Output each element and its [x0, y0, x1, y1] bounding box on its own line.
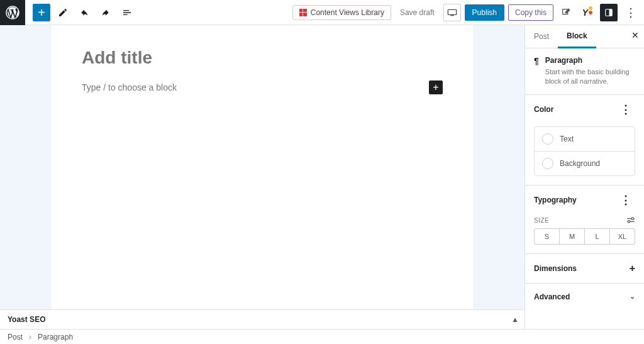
- editor-canvas[interactable]: Add title Type / to choose a block +: [52, 25, 473, 329]
- block-description: Start with the basic building block of a…: [545, 67, 635, 87]
- background-color-label: Background: [560, 159, 600, 168]
- copy-this-button[interactable]: Copy this: [508, 4, 553, 21]
- text-color-swatch: [542, 133, 553, 145]
- edit-tool-button[interactable]: [54, 4, 72, 21]
- paragraph-block[interactable]: Type / to choose a block +: [82, 80, 443, 94]
- tab-post[interactable]: Post: [525, 26, 558, 47]
- editor-area: Add title Type / to choose a block + Yoa…: [0, 25, 525, 329]
- toolbar-right: Content Views Library Save draft Publish…: [292, 4, 644, 21]
- size-s[interactable]: S: [535, 229, 559, 244]
- inline-add-block-button[interactable]: +: [429, 80, 443, 94]
- sidebar-tabs: Post Block ✕: [525, 25, 644, 48]
- yoast-traffic-light-icon: [589, 11, 592, 14]
- block-placeholder-text: Type / to choose a block: [82, 82, 177, 92]
- size-label: SIZE: [534, 217, 549, 224]
- font-size-options: S M L XL: [534, 228, 635, 245]
- dimensions-label: Dimensions: [534, 264, 577, 273]
- size-l[interactable]: L: [584, 229, 609, 244]
- editor-body: Add title Type / to choose a block + Yoa…: [0, 25, 644, 329]
- options-menu-button[interactable]: ⋮: [621, 6, 640, 19]
- settings-sidebar: Post Block ✕ ¶ Paragraph Start with the …: [525, 25, 644, 329]
- post-title-input[interactable]: Add title: [82, 48, 443, 68]
- block-breadcrumb: Post › Paragraph: [0, 329, 644, 344]
- size-m[interactable]: M: [559, 229, 584, 244]
- close-sidebar-button[interactable]: ✕: [631, 30, 639, 40]
- list-icon: [122, 8, 132, 18]
- svg-rect-3: [609, 9, 613, 16]
- advanced-panel-toggle[interactable]: Advanced ⌄: [525, 284, 644, 310]
- caret-up-icon: ▴: [513, 315, 517, 324]
- size-xl[interactable]: XL: [609, 229, 635, 244]
- typography-heading: Typography: [534, 196, 577, 204]
- size-settings-icon[interactable]: [626, 217, 635, 225]
- pencil-icon: [58, 8, 68, 18]
- dimensions-panel-toggle[interactable]: Dimensions +: [525, 254, 644, 283]
- yoast-button[interactable]: Y: [579, 4, 596, 21]
- svg-point-4: [631, 218, 634, 220]
- document-outline-button[interactable]: [118, 4, 136, 21]
- svg-rect-1: [448, 9, 456, 14]
- color-panel-header[interactable]: Color ⋮: [525, 95, 644, 124]
- undo-icon: [79, 7, 90, 18]
- redo-icon: [100, 7, 111, 18]
- svg-point-5: [628, 220, 630, 223]
- plus-icon: +: [630, 263, 635, 274]
- editor-bottom-panels: Yoast SEO ▴: [0, 309, 525, 329]
- breadcrumb-current[interactable]: Paragraph: [38, 333, 73, 341]
- tab-block[interactable]: Block: [558, 25, 596, 48]
- undo-button[interactable]: [75, 4, 93, 21]
- desktop-icon: [447, 9, 457, 16]
- advanced-label: Advanced: [534, 292, 570, 301]
- external-edit-button[interactable]: [557, 4, 575, 21]
- wordpress-logo-button[interactable]: [0, 0, 25, 25]
- add-block-button[interactable]: +: [33, 4, 50, 21]
- yoast-seo-panel-toggle[interactable]: Yoast SEO ▴: [0, 309, 525, 329]
- background-color-button[interactable]: Background: [535, 151, 635, 175]
- text-color-button[interactable]: Text: [535, 127, 635, 151]
- preview-button[interactable]: [443, 4, 461, 21]
- note-pencil-icon: [561, 8, 571, 18]
- chevron-down-icon: ⌄: [630, 292, 635, 301]
- publish-button[interactable]: Publish: [465, 4, 504, 21]
- breadcrumb-separator: ›: [29, 333, 31, 341]
- typography-options-menu[interactable]: ⋮: [616, 193, 635, 207]
- text-color-label: Text: [560, 135, 574, 143]
- paragraph-icon: ¶: [534, 56, 539, 87]
- block-name: Paragraph: [545, 56, 635, 65]
- breadcrumb-root[interactable]: Post: [8, 333, 23, 341]
- block-info-panel: ¶ Paragraph Start with the basic buildin…: [525, 48, 644, 95]
- redo-button[interactable]: [97, 4, 114, 21]
- sidebar-icon: [604, 8, 613, 17]
- save-draft-button[interactable]: Save draft: [395, 8, 440, 17]
- content-views-library-button[interactable]: Content Views Library: [292, 5, 391, 20]
- yoast-panel-label: Yoast SEO: [8, 315, 45, 324]
- top-toolbar: + Content Views Library Save draft Publi…: [0, 0, 644, 25]
- settings-sidebar-toggle[interactable]: [600, 4, 618, 21]
- sliders-icon: [626, 217, 635, 223]
- background-color-swatch: [542, 158, 553, 169]
- content-views-label: Content Views Library: [311, 8, 384, 17]
- wordpress-icon: [6, 6, 19, 19]
- grid-icon: [299, 9, 307, 16]
- color-options: Text Background: [534, 126, 635, 176]
- color-options-menu[interactable]: ⋮: [616, 103, 635, 116]
- color-heading: Color: [534, 105, 553, 114]
- toolbar-left: +: [0, 0, 136, 25]
- typography-panel-header[interactable]: Typography ⋮: [525, 186, 644, 214]
